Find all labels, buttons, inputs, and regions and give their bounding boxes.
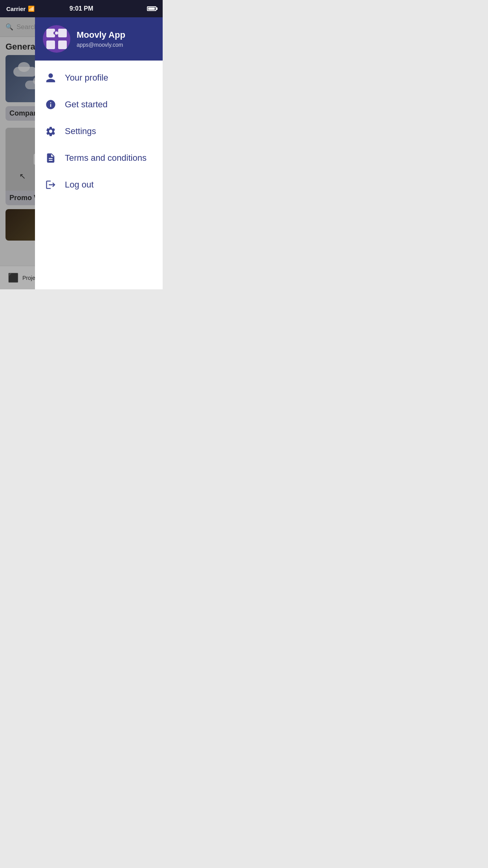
status-bar: Carrier 📶 9:01 PM: [0, 0, 163, 17]
drawer-app-info: Moovly App apps@moovly.com: [77, 30, 155, 48]
document-icon: [44, 153, 57, 164]
svg-rect-4: [46, 40, 55, 49]
menu-label-logout: Log out: [65, 180, 94, 190]
info-icon: [44, 99, 57, 110]
menu-item-settings[interactable]: Settings: [35, 118, 163, 145]
menu-item-terms[interactable]: Terms and conditions: [35, 145, 163, 171]
status-bar-left: Carrier 📶: [6, 6, 35, 12]
drawer-menu: Your profile Get started Settings: [35, 61, 163, 289]
person-icon: [44, 72, 57, 83]
drawer-avatar: [43, 25, 70, 53]
svg-rect-2: [58, 29, 67, 37]
drawer-app-name: Moovly App: [77, 30, 155, 40]
status-bar-right: [147, 6, 156, 11]
menu-label-your-profile: Your profile: [65, 73, 108, 83]
carrier-label: Carrier: [6, 6, 26, 12]
svg-rect-5: [58, 40, 67, 49]
menu-label-settings: Settings: [65, 126, 96, 136]
status-bar-time: 9:01 PM: [70, 5, 93, 12]
drawer-header: Moovly App apps@moovly.com: [35, 17, 163, 61]
battery-icon: [147, 6, 156, 11]
drawer-overlay[interactable]: Moovly App apps@moovly.com Your profile: [0, 17, 163, 289]
svg-rect-6: [61, 37, 64, 40]
menu-label-get-started: Get started: [65, 99, 108, 110]
wifi-icon: 📶: [28, 6, 35, 12]
menu-item-get-started[interactable]: Get started: [35, 91, 163, 118]
drawer-panel: Moovly App apps@moovly.com Your profile: [35, 17, 163, 289]
settings-icon: [44, 126, 57, 137]
logout-icon: [44, 179, 57, 190]
drawer-app-email: apps@moovly.com: [77, 42, 155, 48]
app-logo-icon: [45, 27, 68, 51]
menu-item-logout[interactable]: Log out: [35, 171, 163, 198]
svg-rect-3: [55, 31, 58, 35]
menu-item-your-profile[interactable]: Your profile: [35, 64, 163, 91]
menu-label-terms: Terms and conditions: [65, 153, 147, 163]
